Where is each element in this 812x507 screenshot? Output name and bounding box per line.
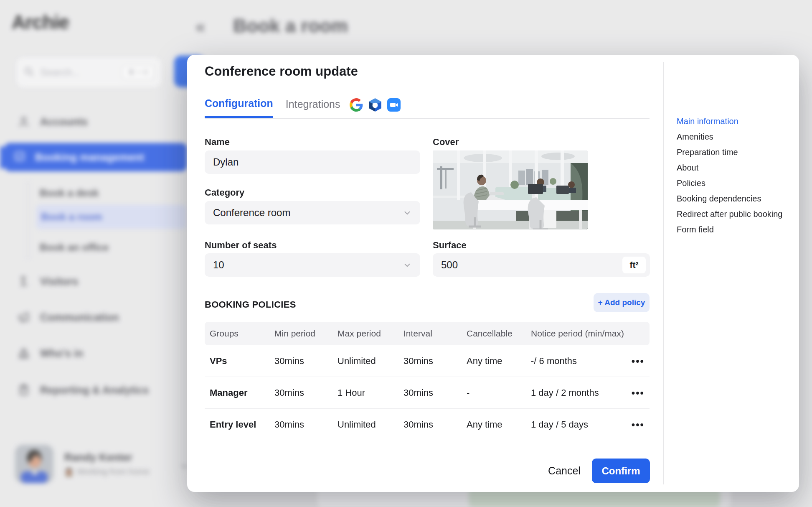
row-menu-icon[interactable]: ••• bbox=[632, 387, 645, 399]
cell-interval: 30mins bbox=[403, 356, 467, 367]
category-label: Category bbox=[205, 187, 244, 198]
tab-configuration[interactable]: Configuration bbox=[205, 97, 273, 118]
col-cancellable: Cancellable bbox=[467, 329, 531, 339]
col-min-period: Min period bbox=[274, 329, 337, 339]
nav-about[interactable]: About bbox=[677, 163, 782, 173]
cell-group: Entry level bbox=[210, 419, 274, 430]
nav-policies[interactable]: Policies bbox=[677, 178, 782, 188]
cell-interval: 30mins bbox=[403, 419, 467, 430]
col-max-period: Max period bbox=[337, 329, 403, 339]
screen: Archie « Book a room Search... ⌘ + K Acc… bbox=[0, 0, 812, 507]
nav-booking-dependencies[interactable]: Booking dependencies bbox=[677, 194, 782, 204]
nav-preparation-time[interactable]: Preparation time bbox=[677, 147, 782, 157]
nav-amenities[interactable]: Amenities bbox=[677, 132, 782, 142]
table-header-row: Groups Min period Max period Interval Ca… bbox=[205, 322, 650, 345]
cell-notice: 1 day / 2 months bbox=[531, 387, 626, 398]
microsoft-365-icon bbox=[368, 98, 382, 112]
cell-min: 30mins bbox=[274, 387, 337, 398]
row-menu-icon[interactable]: ••• bbox=[632, 355, 645, 367]
booking-policies-heading: BOOKING POLICIES bbox=[205, 299, 296, 310]
cell-notice: 1 day / 5 days bbox=[531, 419, 626, 430]
cell-group: VPs bbox=[210, 356, 274, 367]
conference-room-update-modal: Conference room update Configuration Int… bbox=[187, 55, 799, 492]
col-interval: Interval bbox=[403, 329, 467, 339]
category-select[interactable]: Conference room bbox=[205, 201, 420, 224]
cancel-button[interactable]: Cancel bbox=[541, 459, 587, 483]
surface-label: Surface bbox=[433, 240, 467, 251]
cell-max: Unlimited bbox=[337, 356, 403, 367]
cell-max: 1 Hour bbox=[337, 387, 403, 398]
row-menu-icon[interactable]: ••• bbox=[632, 419, 645, 431]
nav-redirect-after-public-booking[interactable]: Redirect after public booking bbox=[677, 209, 782, 219]
cell-group: Manager bbox=[210, 387, 274, 398]
nav-main-information[interactable]: Main information bbox=[677, 116, 782, 126]
integration-badges bbox=[350, 98, 401, 112]
confirm-button[interactable]: Confirm bbox=[592, 459, 650, 483]
col-notice-period: Notice period (min/max) bbox=[531, 329, 626, 339]
chevron-down-icon bbox=[403, 260, 412, 270]
table-row: Manager 30mins 1 Hour 30mins - 1 day / 2… bbox=[205, 377, 650, 409]
seats-label: Number of seats bbox=[205, 240, 277, 251]
cell-min: 30mins bbox=[274, 419, 337, 430]
surface-input[interactable]: 500 ft² bbox=[433, 253, 650, 277]
cell-cancellable: Any time bbox=[467, 419, 531, 430]
table-row: VPs 30mins Unlimited 30mins Any time -/ … bbox=[205, 345, 650, 377]
cell-cancellable: - bbox=[467, 387, 531, 398]
name-label: Name bbox=[205, 137, 230, 148]
category-value: Conference room bbox=[213, 207, 403, 219]
modal-title: Conference room update bbox=[205, 64, 358, 79]
name-value: Dylan bbox=[213, 156, 412, 168]
booking-policies-table: Groups Min period Max period Interval Ca… bbox=[205, 322, 650, 441]
seats-select[interactable]: 10 bbox=[205, 253, 420, 277]
cell-notice: -/ 6 months bbox=[531, 356, 626, 367]
cover-label: Cover bbox=[433, 137, 459, 148]
google-icon bbox=[350, 98, 363, 112]
modal-section-nav: Main information Amenities Preparation t… bbox=[677, 116, 782, 234]
seats-value: 10 bbox=[213, 259, 403, 271]
name-input[interactable]: Dylan bbox=[205, 150, 420, 174]
surface-value: 500 bbox=[441, 259, 622, 271]
modal-section-divider bbox=[663, 62, 664, 484]
zoom-icon bbox=[387, 98, 401, 112]
surface-unit-badge: ft² bbox=[622, 257, 646, 273]
cover-image[interactable] bbox=[433, 150, 588, 229]
table-row: Entry level 30mins Unlimited 30mins Any … bbox=[205, 409, 650, 441]
cell-interval: 30mins bbox=[403, 387, 467, 398]
nav-form-field[interactable]: Form field bbox=[677, 224, 782, 234]
cell-max: Unlimited bbox=[337, 419, 403, 430]
cell-cancellable: Any time bbox=[467, 356, 531, 367]
tab-integrations[interactable]: Integrations bbox=[286, 98, 340, 117]
tabs-divider bbox=[205, 118, 650, 119]
chevron-down-icon bbox=[403, 208, 412, 217]
col-groups: Groups bbox=[210, 329, 274, 339]
add-policy-button[interactable]: + Add policy bbox=[594, 293, 650, 312]
modal-tabs: Configuration Integrations bbox=[205, 97, 401, 118]
cell-min: 30mins bbox=[274, 356, 337, 367]
